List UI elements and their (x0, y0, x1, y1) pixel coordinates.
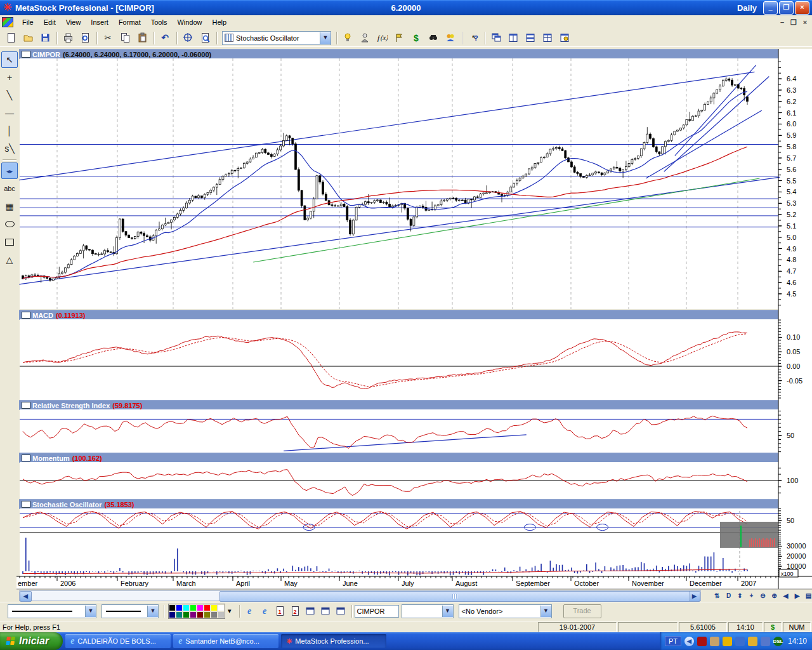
undo-button[interactable]: ↶ (157, 30, 173, 46)
restore-button[interactable]: ❐ (779, 1, 794, 15)
vertical-zoom-button[interactable]: ⇕ (735, 591, 745, 601)
color-swatch[interactable] (218, 604, 225, 611)
pointer-tool[interactable]: ↖ (1, 51, 18, 68)
system-tester-button[interactable] (391, 30, 407, 46)
color-swatch[interactable] (211, 604, 218, 611)
zoom-in-button[interactable]: ⊕ (769, 591, 780, 601)
child-restore-button[interactable]: ❐ (789, 18, 798, 27)
order-select[interactable]: ▼ (402, 604, 454, 618)
taskbar-task-1[interactable]: eSantander NetB@nco... (173, 634, 278, 648)
dropdown-arrow-icon[interactable]: ▼ (320, 32, 331, 44)
paste-button[interactable] (134, 30, 150, 46)
chart-plot-stochastic[interactable] (20, 508, 778, 533)
data-window-button[interactable]: ▤ (803, 591, 812, 601)
menu-item-edit[interactable]: Edit (39, 17, 61, 28)
layout-2-button[interactable] (319, 605, 333, 618)
scroll-right-button[interactable]: ▶ (792, 591, 802, 601)
panel-titlebar-price[interactable]: CIMPOR(6.24000, 6.24000, 6.17000, 6.2000… (19, 49, 812, 59)
minimize-button[interactable]: _ (763, 1, 778, 15)
text-tool[interactable]: abc (1, 180, 18, 197)
color-swatch[interactable] (169, 604, 176, 611)
line-style-select[interactable]: ▼ (8, 604, 96, 618)
language-indicator[interactable]: PT (665, 636, 681, 646)
hide-icons-chevron[interactable]: ◀ (684, 637, 694, 646)
new-chart-1-button[interactable]: 1 (273, 605, 287, 618)
horizontal-line-tool[interactable]: — (1, 105, 18, 121)
zoom-out-button[interactable]: ⊖ (757, 591, 768, 601)
x-axis-strip[interactable] (16, 576, 812, 589)
color-swatch[interactable] (183, 611, 190, 618)
color-swatch[interactable] (183, 604, 190, 611)
panel-titlebar-macd[interactable]: MACD(0.11913)□× (19, 310, 812, 320)
explorer-people-button[interactable] (443, 30, 459, 46)
zoom-doc-button[interactable] (197, 30, 213, 46)
start-button[interactable]: Iniciar (0, 632, 63, 650)
close-button[interactable]: × (795, 1, 809, 15)
find-button[interactable] (426, 30, 442, 46)
open-button[interactable] (20, 30, 36, 46)
menu-item-insert[interactable]: Insert (86, 17, 114, 28)
tile-vertical-button[interactable] (506, 30, 521, 46)
emule-icon[interactable] (710, 637, 719, 646)
layout-1-button[interactable] (304, 605, 318, 618)
security-shield-icon[interactable] (723, 637, 732, 646)
periodicity-daily-button[interactable]: D (723, 591, 734, 601)
menu-item-help[interactable]: Help (207, 17, 232, 28)
color-swatch[interactable] (169, 611, 176, 618)
panel-titlebar-stochastic[interactable]: Stochastic Oscillator(35.1853)□× (19, 499, 812, 509)
color-swatch[interactable] (204, 611, 211, 618)
color-swatch[interactable] (197, 611, 204, 618)
dropdown-arrow-icon[interactable]: ▼ (442, 606, 453, 617)
scroll-toggle-tool[interactable]: ◂▸ (1, 162, 18, 179)
color-palette-arrow[interactable]: ▾ (228, 607, 232, 615)
menu-item-window[interactable]: Window (172, 17, 207, 28)
color-swatch[interactable] (197, 604, 204, 611)
cut-button[interactable]: ✂ (100, 30, 116, 46)
tile-grid-button[interactable] (540, 30, 556, 46)
dropdown-arrow-icon[interactable]: ▼ (147, 606, 158, 617)
tile-horizontal-button[interactable] (523, 30, 539, 46)
semilog-line-tool[interactable]: s╲ (1, 140, 18, 157)
panel-titlebar-rsi[interactable]: Relative Strength Index(59.8175)□× (19, 400, 812, 410)
color-swatch[interactable] (190, 611, 197, 618)
color-swatch[interactable] (211, 611, 218, 618)
new-chart-2-button[interactable]: 2 (289, 605, 303, 618)
triangle-tool[interactable]: △ (1, 251, 18, 268)
color-swatch[interactable] (176, 611, 183, 618)
print-preview-button[interactable] (77, 30, 93, 46)
panel-titlebar-momentum[interactable]: Momentum(100.162)□× (19, 453, 812, 463)
symbol-input[interactable]: CIMPOR (355, 605, 399, 618)
window-options-button[interactable] (557, 30, 573, 46)
rescale-button[interactable]: ⇅ (712, 591, 723, 601)
horizontal-scrollbar[interactable]: ◀▶ (19, 590, 701, 601)
crosshair-tool[interactable]: + (1, 69, 18, 86)
target-button[interactable] (180, 30, 196, 46)
chart-plot-rsi[interactable] (20, 409, 778, 453)
network-offline-icon[interactable] (761, 637, 770, 646)
window-titlebar[interactable]: ✳ MetaStock Professional - [CIMPOR] 6.20… (0, 0, 812, 15)
expert-person-button[interactable] (357, 30, 373, 46)
child-close-button[interactable]: × (801, 18, 809, 27)
layout-3-button[interactable] (334, 605, 348, 618)
color-palette[interactable] (168, 604, 225, 619)
ellipse-tool[interactable] (1, 216, 18, 232)
menu-item-view[interactable]: View (61, 17, 86, 28)
cascade-button[interactable] (488, 30, 504, 46)
child-minimize-button[interactable]: – (778, 18, 787, 27)
line-weight-select[interactable]: ▼ (102, 604, 159, 618)
scroll-left-button[interactable]: ◀ (780, 591, 791, 601)
trendline-tool[interactable]: ╲ (1, 87, 18, 103)
color-swatch[interactable] (204, 604, 211, 611)
color-swatch[interactable] (218, 611, 225, 618)
dsl-icon[interactable]: DSL (773, 637, 783, 646)
menu-item-tools[interactable]: Tools (146, 17, 173, 28)
scrollbar-thumb[interactable] (219, 591, 690, 602)
chart-plot-price[interactable] (20, 58, 778, 309)
dropdown-arrow-icon[interactable]: ▼ (540, 606, 551, 617)
print-button[interactable] (60, 30, 76, 46)
grid-tool[interactable]: ▦ (1, 198, 18, 215)
antivirus-icon[interactable] (697, 637, 707, 646)
chart-plot-momentum[interactable] (20, 462, 778, 499)
web-button-2[interactable]: e (258, 605, 272, 618)
save-button[interactable] (37, 30, 53, 46)
